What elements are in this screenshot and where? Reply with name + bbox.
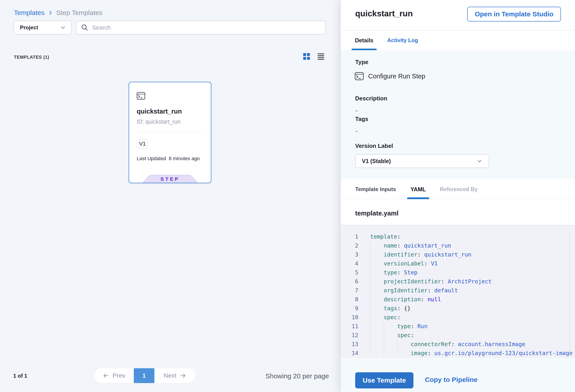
- search-box: [76, 21, 326, 34]
- tab-yaml[interactable]: YAML: [407, 179, 429, 199]
- list-view-icon[interactable]: [317, 53, 324, 60]
- card-last-updated: Last Updated 8 minutes ago: [137, 156, 200, 161]
- page-1-button[interactable]: 1: [134, 368, 154, 383]
- yaml-code-line: 3 identifier: quickstart_run: [341, 250, 575, 259]
- breadcrumb-current: Step Templates: [56, 9, 102, 17]
- yaml-code-line: 4 versionLabel: V1: [341, 259, 575, 268]
- run-step-icon: [355, 72, 364, 80]
- description-value: -: [356, 107, 358, 114]
- drawer-title: quickstart_run: [355, 9, 413, 18]
- run-step-icon: [137, 92, 145, 100]
- yaml-code-line: 13 connectorRef: account.harnessImage: [341, 340, 575, 349]
- version-label: Version Label: [355, 142, 393, 149]
- drawer-tabs: Details Activity Log: [341, 30, 575, 50]
- yaml-code-line: 6 projectIdentifier: ArchitProject: [341, 277, 575, 286]
- breadcrumb-link-templates[interactable]: Templates: [14, 9, 45, 17]
- yaml-editor[interactable]: 1template:2 name: quickstart_run3 identi…: [341, 225, 575, 358]
- last-updated-label: Last Updated: [137, 156, 166, 161]
- next-page-button[interactable]: Next: [154, 368, 195, 383]
- open-in-template-studio-button[interactable]: Open in Template Studio: [467, 7, 561, 22]
- tab-template-inputs[interactable]: Template Inputs: [352, 179, 399, 199]
- card-title: quickstart_run: [137, 108, 182, 115]
- drawer-footer: Use Template Copy to Pipeline: [341, 358, 575, 392]
- search-input[interactable]: [92, 24, 321, 31]
- templates-list-page: Templates Step Templates Project TEMPLAT…: [0, 0, 341, 392]
- pagination: Prev 1 Next: [94, 368, 195, 383]
- tags-value: -: [356, 128, 358, 135]
- pagination-summary: 1 of 1: [13, 373, 27, 379]
- templates-count: TEMPLATES (1): [14, 55, 49, 60]
- active-tab-underline: [352, 49, 377, 50]
- yaml-file-header: template.yaml: [341, 199, 575, 225]
- tab-activity-log[interactable]: Activity Log: [384, 30, 421, 50]
- version-select-value: V1 (Stable): [362, 158, 391, 164]
- yaml-code-line: 9 tags: {}: [341, 304, 575, 313]
- yaml-code-line: 8 description: null: [341, 295, 575, 304]
- yaml-code-line: 14 image: us.gcr.io/playground-123/quick…: [341, 349, 575, 358]
- grid-view-icon[interactable]: [303, 53, 310, 60]
- last-updated-value: 8 minutes ago: [169, 156, 200, 161]
- use-template-button[interactable]: Use Template: [355, 372, 413, 389]
- version-chip: V1: [137, 139, 148, 148]
- drawer-sub-tabs: Template Inputs YAML Referenced By: [341, 179, 575, 199]
- arrow-left-icon: [103, 372, 109, 379]
- version-select[interactable]: V1 (Stable): [355, 154, 489, 168]
- scope-dropdown-label: Project: [20, 24, 38, 31]
- tab-referenced-by[interactable]: Referenced By: [436, 179, 481, 199]
- search-icon: [81, 24, 89, 31]
- template-details-drawer: quickstart_run Open in Template Studio D…: [341, 0, 575, 392]
- breadcrumb-chevron-icon: [48, 10, 53, 15]
- tab-details[interactable]: Details: [352, 30, 377, 50]
- yaml-code-line: 12 spec:: [341, 331, 575, 340]
- yaml-code-line: 2 name: quickstart_run: [341, 241, 575, 250]
- type-label: Type: [355, 59, 368, 66]
- yaml-file-name: template.yaml: [355, 210, 398, 217]
- prev-page-button[interactable]: Prev: [94, 368, 134, 383]
- card-divider: [137, 131, 203, 132]
- scope-dropdown[interactable]: Project: [14, 21, 72, 34]
- template-card[interactable]: quickstart_run ID: quickstart_run V1 Las…: [129, 82, 211, 183]
- active-sub-tab-underline: [407, 197, 429, 199]
- yaml-code-line: 5 type: Step: [341, 268, 575, 277]
- copy-to-pipeline-button[interactable]: Copy to Pipeline: [425, 376, 478, 384]
- breadcrumb: Templates Step Templates: [14, 9, 102, 17]
- per-page-label: Showing 20 per page: [265, 372, 329, 380]
- chevron-down-icon: [476, 158, 483, 164]
- step-badge: STEP: [129, 175, 211, 183]
- type-value: Configure Run Step: [368, 72, 425, 80]
- yaml-code-line: 7 orgIdentifier: default: [341, 286, 575, 295]
- tags-label: Tags: [355, 115, 368, 122]
- page: Templates Step Templates Project TEMPLAT…: [0, 0, 575, 392]
- yaml-code-line: 11 type: Run: [341, 322, 575, 331]
- chevron-down-icon: [60, 24, 66, 31]
- arrow-right-icon: [179, 372, 186, 379]
- svg-text:STEP: STEP: [160, 176, 179, 182]
- description-label: Description: [355, 95, 387, 102]
- yaml-code-line: 1template:: [341, 232, 575, 241]
- type-value-row: Configure Run Step: [355, 72, 425, 80]
- details-section: Type Configure Run Step Description - Ta…: [341, 50, 575, 179]
- drawer-header: quickstart_run Open in Template Studio: [341, 0, 575, 30]
- yaml-code-line: 10 spec:: [341, 313, 575, 322]
- card-template-id: ID: quickstart_run: [137, 118, 181, 125]
- editor-scrollbar-ruler: [570, 233, 570, 357]
